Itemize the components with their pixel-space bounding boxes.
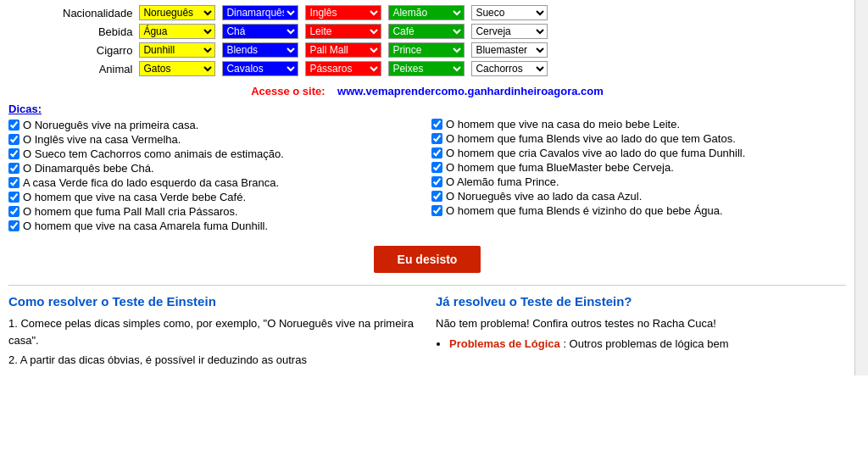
select-ani-2[interactable]: GatosCavalosPássarosPeixesCachorros [222,61,298,76]
dica-checkbox-r4[interactable] [431,162,442,173]
dica-text-r3: O homem que cria Cavalos vive ao lado do… [446,147,745,159]
table-row: Animal GatosCavalosPássarosPeixesCachorr… [59,59,551,78]
bottom-right-link-text: : Outros problemas de lógica bem [563,337,728,350]
bottom-right-text: Não tem problema! Confira outros testes … [436,315,846,332]
table-row: Cigarro DunhillBlendsPall MallPrinceBlue… [59,41,551,59]
bottom-right-col: Já resolveu o Teste de Einstein? Não tem… [436,294,846,372]
dica-text-r2: O homem que fuma Blends vive ao lado do … [446,132,736,145]
dicas-left-col: Dicas: O Norueguês vive na primeira casa… [8,103,423,234]
dica-checkbox-5[interactable] [8,177,19,188]
select-cig-5[interactable]: DunhillBlendsPall MallPrinceBluemaster [471,42,548,58]
dica-text-6: O homem que vive na casa Verde bebe Café… [23,191,246,203]
dica-text-7: O homem que fuma Pall Mall cria Pássaros… [23,205,238,218]
dica-checkbox-4[interactable] [8,163,19,174]
bottom-left-text2: 2. A partir das dicas óbvias, é possível… [8,352,419,369]
select-beb-3[interactable]: ÁguaCháLeiteCaféCerveja [305,24,381,39]
dica-item: O homem que fuma BlueMaster bebe Cerveja… [431,161,846,174]
bottom-right-list-item: Problemas de Lógica : Outros problemas d… [449,336,846,353]
puzzle-table: Nacionalidade NorueguêsDinamarquêsInglês… [59,3,551,78]
table-row: Bebida ÁguaCháLeiteCaféCerveja ÁguaCháLe… [59,22,551,41]
dica-checkbox-r1[interactable] [431,119,442,130]
bottom-right-title: Já resolveu o Teste de Einstein? [436,294,846,309]
dica-item: O homem que cria Cavalos vive ao lado do… [431,147,846,159]
scrollbar[interactable] [854,0,868,375]
dica-checkbox-6[interactable] [8,192,19,203]
select-ani-4[interactable]: GatosCavalosPássarosPeixesCachorros [388,61,465,76]
select-ani-3[interactable]: GatosCavalosPássarosPeixesCachorros [305,61,381,76]
button-section: Eu desisto [8,246,846,273]
dica-text-r1: O homem que vive na casa do meio bebe Le… [446,118,680,131]
problems-link[interactable]: Problemas de Lógica [449,337,560,350]
dica-checkbox-r6[interactable] [431,191,442,202]
dica-checkbox-r3[interactable] [431,147,442,158]
dica-item: O Alemão fuma Prince. [431,175,846,188]
select-cig-3[interactable]: DunhillBlendsPall MallPrinceBluemaster [305,42,381,58]
dica-item: O Norueguês vive ao lado da casa Azul. [431,190,846,203]
select-beb-5[interactable]: ÁguaCháLeiteCaféCerveja [471,24,548,39]
row-label-animal: Animal [59,59,136,78]
dica-text-4: O Dinamarquês bebe Chá. [23,162,154,175]
dica-item: O Dinamarquês bebe Chá. [8,162,423,175]
puzzle-table-section: Nacionalidade NorueguêsDinamarquêsInglês… [8,3,846,78]
dica-text-r7: O homem que fuma Blends é vizinho do que… [446,204,723,217]
dica-item: O homem que vive na casa Verde bebe Café… [8,191,423,203]
select-ani-1[interactable]: GatosCavalosPássarosPeixesCachorros [139,61,215,76]
select-cig-4[interactable]: DunhillBlendsPall MallPrinceBluemaster [388,42,465,58]
dica-checkbox-2[interactable] [8,134,19,145]
select-nac-5[interactable]: NorueguêsDinamarquêsInglêsAlemãoSueco [471,5,548,20]
dica-text-5: A casa Verde fica do lado esquerdo da ca… [23,176,279,189]
select-beb-1[interactable]: ÁguaCháLeiteCaféCerveja [139,24,215,39]
select-ani-5[interactable]: GatosCavalosPássarosPeixesCachorros [471,61,548,76]
bottom-section: Como resolver o Teste de Einstein 1. Com… [8,285,846,372]
dica-text-r5: O Alemão fuma Prince. [446,175,559,188]
dica-text-r6: O Norueguês vive ao lado da casa Azul. [446,190,642,203]
dica-text-3: O Sueco tem Cachorros como animais de es… [23,147,284,160]
dica-item: O homem que vive na casa do meio bebe Le… [431,118,846,131]
dicas-title: Dicas: [8,103,423,115]
site-label: Acesse o site: [251,85,325,97]
select-cig-1[interactable]: DunhillBlendsPall MallPrinceBluemaster [139,42,215,58]
row-label-cigarro: Cigarro [59,41,136,59]
dica-text-1: O Norueguês vive na primeira casa. [23,119,198,131]
bottom-left-col: Como resolver o Teste de Einstein 1. Com… [8,294,419,372]
dica-text-r4: O homem que fuma BlueMaster bebe Cerveja… [446,161,674,174]
dica-item: O homem que fuma Pall Mall cria Pássaros… [8,205,423,218]
dica-item: O homem que vive na casa Amarela fuma Du… [8,220,423,232]
site-link-section: Acesse o site: www.vemaprendercomo.ganha… [8,85,846,97]
dica-checkbox-r2[interactable] [431,133,442,144]
eu-desisto-button[interactable]: Eu desisto [374,246,481,273]
dica-checkbox-r5[interactable] [431,176,442,187]
bottom-left-text1: 1. Comece pelas dicas simples como, por … [8,315,419,348]
dica-checkbox-r7[interactable] [431,205,442,216]
select-cig-2[interactable]: DunhillBlendsPall MallPrinceBluemaster [222,42,298,58]
dica-item: O homem que fuma Blends é vizinho do que… [431,204,846,217]
row-label-bebida: Bebida [59,22,136,41]
select-nac-1[interactable]: NorueguêsDinamarquêsInglêsAlemãoSueco [139,5,215,20]
dica-item: A casa Verde fica do lado esquerdo da ca… [8,176,423,189]
dicas-right-col: O homem que vive na casa do meio bebe Le… [431,103,846,234]
site-url-link[interactable]: www.vemaprendercomo.ganhardinheiroagora.… [337,85,604,97]
dica-text-2: O Inglês vive na casa Vermelha. [23,133,181,146]
dica-item: O homem que fuma Blends vive ao lado do … [431,132,846,145]
dica-checkbox-8[interactable] [8,220,19,231]
dicas-section: Dicas: O Norueguês vive na primeira casa… [8,103,846,234]
dica-text-8: O homem que vive na casa Amarela fuma Du… [23,220,268,232]
select-nac-4[interactable]: NorueguêsDinamarquêsInglêsAlemãoSueco [388,5,465,20]
select-beb-4[interactable]: ÁguaCháLeiteCaféCerveja [388,24,465,39]
table-row: Nacionalidade NorueguêsDinamarquêsInglês… [59,3,551,22]
dica-item: O Sueco tem Cachorros como animais de es… [8,147,423,160]
dica-checkbox-7[interactable] [8,206,19,217]
dica-checkbox-3[interactable] [8,148,19,159]
dica-checkbox-1[interactable] [8,120,19,131]
dica-item: O Norueguês vive na primeira casa. [8,119,423,131]
row-label-nacionalidade: Nacionalidade [59,3,136,22]
select-beb-2[interactable]: ÁguaCháLeiteCaféCerveja [222,24,298,39]
select-nac-3[interactable]: NorueguêsDinamarquêsInglêsAlemãoSueco [305,5,381,20]
dica-item: O Inglês vive na casa Vermelha. [8,133,423,146]
select-nac-2[interactable]: NorueguêsDinamarquêsInglêsAlemãoSueco [222,5,298,20]
bottom-left-title: Como resolver o Teste de Einstein [8,294,419,309]
